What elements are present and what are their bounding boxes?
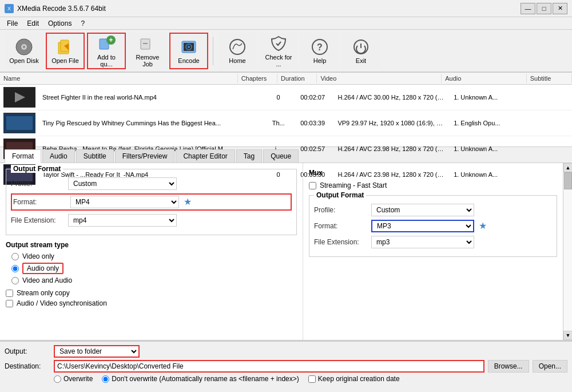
av-sync-label[interactable]: Audio / Video synchronisation (17, 299, 107, 307)
file-thumbnail (3, 87, 35, 108)
dont-overwrite-option[interactable]: Don't overwrite (Automatically rename as… (102, 375, 299, 383)
video-audio-label[interactable]: Video and Audio (22, 276, 72, 284)
open-file-label: Open File (51, 57, 79, 64)
profile-select[interactable]: Custom (68, 177, 177, 190)
keep-creation-checkbox[interactable] (308, 375, 316, 383)
stream-copy-checkbox[interactable] (6, 290, 13, 297)
mux-profile-select[interactable]: Custom (371, 204, 474, 216)
stream-copy-label[interactable]: Stream only copy (17, 289, 70, 297)
tab-audio[interactable]: Audio (42, 149, 75, 163)
open-button[interactable]: Open... (533, 360, 567, 373)
scroll-down-arrow[interactable]: ▼ (563, 331, 572, 340)
audio-only-label[interactable]: Audio only (22, 263, 63, 274)
help-button[interactable]: ? Help (300, 33, 339, 69)
file-ext-select[interactable]: mp4 (68, 214, 177, 227)
right-panel: Mux Streaming - Fast Start Output Format… (303, 163, 563, 340)
menu-bar: File Edit Options ? (0, 17, 572, 30)
exit-button[interactable]: Exit (341, 33, 380, 69)
output-format-section: Output Format Profile: Custom Format: MP… (6, 169, 297, 235)
open-disk-icon (15, 38, 33, 56)
scroll-track (563, 172, 572, 331)
check-for-label: Check for ... (262, 54, 295, 68)
file-subtitle (530, 96, 572, 98)
streaming-fast-start-checkbox[interactable] (309, 182, 316, 189)
add-queue-label: Add to qu... (90, 54, 122, 68)
mux-file-ext-select[interactable]: mp3 (371, 236, 474, 248)
format-select[interactable]: MP4 (70, 196, 179, 208)
file-name: Tiny Pig Rescued by Whitney Cummings Has… (39, 118, 260, 128)
menu-file[interactable]: File (2, 18, 22, 29)
title-bar: X XMedia Recode 3.5.6.7 64bit — □ ✕ (0, 0, 572, 17)
tab-chapter-editor[interactable]: Chapter Editor (176, 149, 235, 163)
home-button[interactable]: Home (218, 33, 257, 69)
exit-icon (352, 38, 370, 56)
col-subtitle: Subtitle (527, 74, 572, 83)
right-scrollbar: ▲ ▼ (563, 163, 572, 340)
overwrite-option[interactable]: Overwrite (54, 375, 93, 383)
remove-job-label: Remove Job (131, 54, 164, 68)
open-disk-button[interactable]: Open Disk (5, 33, 43, 69)
encode-icon (180, 38, 198, 56)
scroll-up-arrow[interactable]: ▲ (563, 163, 572, 172)
left-panel: Output Format Profile: Custom Format: MP… (0, 163, 303, 340)
overwrite-radio[interactable] (54, 375, 61, 383)
mux-format-select[interactable]: MP3 (371, 220, 474, 232)
table-row[interactable]: Street Fighter II in the real world-NA.m… (0, 85, 572, 110)
mux-format-label: Format: (314, 222, 371, 230)
open-file-button[interactable]: Open File (46, 33, 85, 69)
remove-job-button[interactable]: Remove Job (128, 33, 167, 69)
tab-format[interactable]: Format (5, 149, 41, 163)
check-for-button[interactable]: Check for ... (259, 33, 298, 69)
close-button[interactable]: ✕ (553, 3, 567, 14)
svg-point-13 (188, 46, 190, 48)
encode-button[interactable]: Encode (169, 33, 208, 69)
output-label: Output: (5, 347, 50, 355)
menu-help[interactable]: ? (76, 18, 89, 29)
radio-options-row: Overwrite Don't overwrite (Automatically… (5, 375, 567, 383)
format-star[interactable]: ★ (184, 196, 195, 208)
output-select[interactable]: Save to folder (54, 345, 140, 358)
format-select-group: MP4 ★ (70, 196, 195, 208)
video-only-label[interactable]: Video only (22, 252, 54, 260)
audio-only-radio[interactable] (11, 265, 19, 272)
file-video: H.264 / AVC 23.98 Hz, 1280 x 720 (16:... (334, 144, 450, 153)
minimize-button[interactable]: — (521, 3, 535, 14)
svg-point-14 (230, 39, 245, 54)
tab-subtitle[interactable]: Subtitle (76, 149, 114, 163)
destination-input[interactable] (54, 360, 484, 373)
stream-type-section: Output stream type Video only Audio only… (6, 241, 297, 284)
destination-row: Destination: Browse... Open... (5, 360, 567, 373)
streaming-fast-start-row: Streaming - Fast Start (309, 181, 557, 189)
maximize-button[interactable]: □ (537, 3, 551, 14)
file-duration: 00:02:57 (297, 144, 334, 153)
format-row: Format: MP4 ★ (11, 193, 292, 211)
menu-options[interactable]: Options (43, 18, 76, 29)
app-icon: X (5, 4, 14, 13)
tab-tag[interactable]: Tag (236, 149, 262, 163)
browse-button[interactable]: Browse... (488, 360, 529, 373)
video-only-radio[interactable] (11, 253, 19, 260)
mux-format-row: Format: MP3 ★ (314, 220, 552, 232)
col-chapters: Chapters (238, 74, 277, 83)
help-label: Help (313, 57, 327, 64)
mux-title: Mux (309, 169, 557, 177)
encode-label: Encode (178, 57, 199, 64)
table-row[interactable]: Tiny Pig Rescued by Whitney Cummings Has… (0, 110, 572, 136)
dont-overwrite-radio[interactable] (102, 375, 109, 383)
add-queue-button[interactable]: + Add to qu... (87, 33, 126, 69)
radio-video-audio: Video and Audio (11, 276, 297, 284)
mux-format-star[interactable]: ★ (479, 220, 490, 232)
file-name: Street Fighter II in the real world-NA.m… (39, 93, 260, 102)
keep-creation-option[interactable]: Keep original creation date (308, 375, 400, 383)
window-controls[interactable]: — □ ✕ (521, 3, 567, 14)
streaming-fast-start-label[interactable]: Streaming - Fast Start (320, 181, 387, 189)
video-audio-radio[interactable] (11, 277, 19, 284)
tab-queue[interactable]: Queue (263, 149, 299, 163)
scroll-thumb[interactable] (564, 172, 572, 189)
stream-copy-row: Stream only copy (6, 289, 297, 297)
menu-edit[interactable]: Edit (22, 18, 43, 29)
file-chapters: 0 (260, 93, 297, 102)
tab-filters-preview[interactable]: Filters/Preview (115, 149, 175, 163)
av-sync-checkbox[interactable] (6, 300, 13, 307)
mux-file-ext-row: File Extension: mp3 (314, 236, 552, 248)
